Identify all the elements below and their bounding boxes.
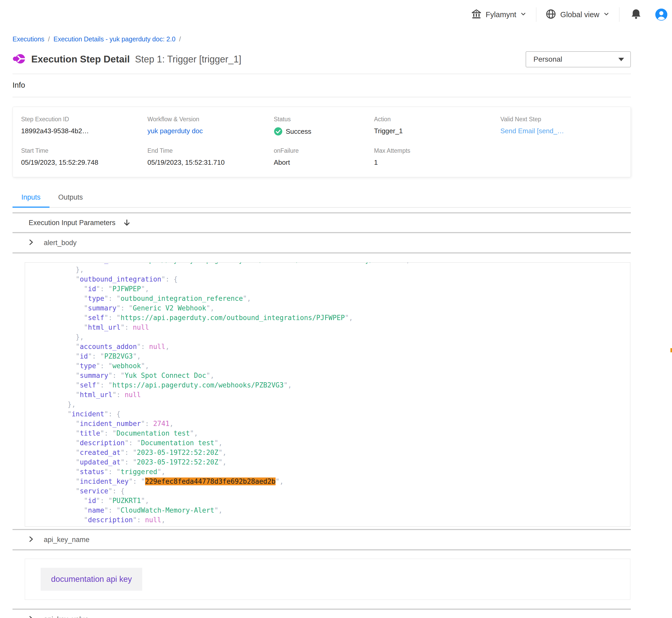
chevron-right-icon[interactable] bbox=[27, 615, 34, 618]
field-value: 18992a43-9538-4b2… bbox=[21, 127, 148, 135]
code-line: "incident_key": "229efec8feda44778d3fe69… bbox=[35, 477, 630, 486]
field-label: onFailure bbox=[274, 147, 374, 154]
bank-icon bbox=[472, 9, 481, 20]
tab-outputs[interactable]: Outputs bbox=[50, 190, 92, 207]
code-line: "title": "Documentation test", bbox=[35, 429, 630, 438]
code-line: "self": "https://api.pagerduty.com/webho… bbox=[35, 381, 630, 390]
field-label: Workflow & Version bbox=[148, 116, 274, 123]
divider bbox=[12, 252, 631, 253]
code-line: "html_url": null bbox=[35, 390, 630, 400]
code-line: "id": "PUZKRT1", bbox=[35, 496, 630, 506]
field-label: Step Execution ID bbox=[21, 116, 148, 123]
scope-select[interactable]: Personal bbox=[526, 51, 631, 68]
chevron-right-icon[interactable] bbox=[27, 536, 34, 543]
code-line: "html_url": null bbox=[35, 323, 630, 332]
code-line: "created_at": "2023-05-19T22:52:20Z", bbox=[35, 448, 630, 457]
section-alert-body[interactable]: alert_body bbox=[12, 233, 631, 252]
info-card: Step Execution ID18992a43-9538-4b2…Workf… bbox=[12, 107, 631, 177]
info-heading: Info bbox=[12, 81, 631, 90]
field-value: 05/19/2023, 15:52:31.710 bbox=[148, 159, 274, 167]
info-field: onFailureAbort bbox=[274, 147, 374, 167]
breadcrumb-link[interactable]: Executions bbox=[12, 35, 44, 43]
info-field: Step Execution ID18992a43-9538-4b2… bbox=[21, 116, 148, 136]
info-field: End Time05/19/2023, 15:52:31.710 bbox=[148, 147, 274, 167]
code-line: "id": "PZB2VG3", bbox=[35, 351, 630, 361]
user-avatar[interactable] bbox=[655, 9, 667, 20]
global-view-label: Global view bbox=[560, 10, 599, 19]
download-arrow-icon[interactable] bbox=[123, 219, 131, 227]
code-line: "status": "triggered", bbox=[35, 467, 630, 477]
caret-down-icon bbox=[618, 58, 624, 61]
field-value: 05/19/2023, 15:52:29.748 bbox=[21, 159, 148, 167]
breadcrumb-separator: / bbox=[48, 35, 50, 43]
field-value[interactable]: Send Email [send_… bbox=[500, 127, 631, 135]
field-label: Max Attempts bbox=[374, 147, 500, 154]
code-line: "outbound_integration": { bbox=[35, 275, 630, 284]
code-line: "html_url": "https://fylamynt.pagerduty.… bbox=[35, 262, 630, 265]
tab-inputs[interactable]: Inputs bbox=[12, 190, 50, 207]
info-field: ActionTrigger_1 bbox=[374, 116, 500, 136]
field-label: Start Time bbox=[21, 147, 148, 154]
params-header-row: Execution Input Parameters bbox=[12, 213, 631, 232]
field-value[interactable]: yuk pagerduty doc bbox=[148, 127, 274, 135]
code-line: "incident": { bbox=[35, 409, 630, 419]
code-scroll-area[interactable]: "html_url": "https://fylamynt.pagerduty.… bbox=[25, 262, 630, 527]
code-line: "incident_number": 2741, bbox=[35, 419, 630, 429]
info-field: Start Time05/19/2023, 15:52:29.748 bbox=[21, 147, 148, 167]
breadcrumb-link[interactable]: Execution Details - yuk pagerduty doc: 2… bbox=[54, 35, 175, 43]
info-field: Valid Next StepSend Email [send_… bbox=[500, 116, 631, 136]
field-value: Abort bbox=[274, 159, 374, 167]
code-line: "description": "Documentation test", bbox=[35, 438, 630, 448]
code-line: "updated_at": "2023-05-19T22:52:20Z", bbox=[35, 457, 630, 467]
field-label: Action bbox=[374, 116, 500, 123]
main-content: Executions/Execution Details - yuk pager… bbox=[12, 29, 631, 618]
code-line: }, bbox=[35, 332, 630, 342]
section-label: api_key_value bbox=[44, 615, 89, 618]
code-line: "summary": "Yuk Spot Connect Doc", bbox=[35, 371, 630, 381]
code-line: "description": null, bbox=[35, 515, 630, 525]
page-subtitle: Step 1: Trigger [trigger_1] bbox=[135, 54, 241, 65]
api-key-name-chip: documentation api key bbox=[40, 568, 142, 591]
field-value: 1 bbox=[374, 159, 500, 167]
section-api-key-value[interactable]: api_key_value bbox=[12, 610, 631, 618]
scrollbar-highlight-marker bbox=[670, 348, 672, 352]
global-view-switcher[interactable]: Global view bbox=[546, 9, 610, 20]
notifications-bell-icon[interactable] bbox=[630, 8, 642, 21]
success-check-icon bbox=[274, 127, 282, 136]
code-line: "created_at": "2023-05-19T22:52:20Z", bbox=[35, 525, 630, 527]
org-name: Fylamynt bbox=[486, 10, 516, 19]
field-label: End Time bbox=[148, 147, 274, 154]
info-field: StatusSuccess bbox=[274, 116, 374, 136]
code-line: }, bbox=[35, 400, 630, 409]
pagerduty-trigger-icon bbox=[12, 52, 25, 66]
code-line: "self": "https://api.pagerduty.com/outbo… bbox=[35, 313, 630, 323]
globe-icon bbox=[546, 9, 556, 20]
code-line: "id": "PJFWPEP", bbox=[35, 284, 630, 294]
code-line: "service": { bbox=[35, 486, 630, 496]
code-line: "summary": "Generic V2 Webhook", bbox=[35, 303, 630, 313]
scope-select-value: Personal bbox=[533, 55, 562, 64]
tabs: InputsOutputs bbox=[12, 190, 631, 208]
top-bar: Fylamynt Global view bbox=[0, 0, 672, 29]
field-label: Valid Next Step bbox=[500, 116, 631, 123]
divider bbox=[12, 549, 631, 550]
info-field: Max Attempts1 bbox=[374, 147, 500, 167]
section-api-key-name[interactable]: api_key_name bbox=[12, 530, 631, 549]
breadcrumb-separator: / bbox=[179, 35, 181, 43]
section-label: alert_body bbox=[44, 239, 77, 247]
params-title: Execution Input Parameters bbox=[29, 219, 115, 227]
code-line: "type": "outbound_integration_reference"… bbox=[35, 294, 630, 303]
field-label: Status bbox=[274, 116, 374, 123]
code-line: "type": "webhook", bbox=[35, 361, 630, 371]
code-line: "name": "CloudWatch-Memory-Alert", bbox=[35, 506, 630, 515]
chevron-right-icon[interactable] bbox=[27, 239, 34, 247]
breadcrumb: Executions/Execution Details - yuk pager… bbox=[12, 29, 631, 43]
org-switcher[interactable]: Fylamynt bbox=[472, 9, 527, 20]
page-header: Execution Step Detail Step 1: Trigger [t… bbox=[12, 51, 631, 68]
topbar-divider bbox=[619, 7, 619, 22]
api-key-name-value-box: documentation api key bbox=[25, 559, 630, 600]
divider bbox=[12, 97, 631, 97]
chevron-down-icon bbox=[520, 11, 527, 18]
chevron-down-icon bbox=[603, 11, 610, 18]
page-title: Execution Step Detail bbox=[31, 54, 130, 65]
